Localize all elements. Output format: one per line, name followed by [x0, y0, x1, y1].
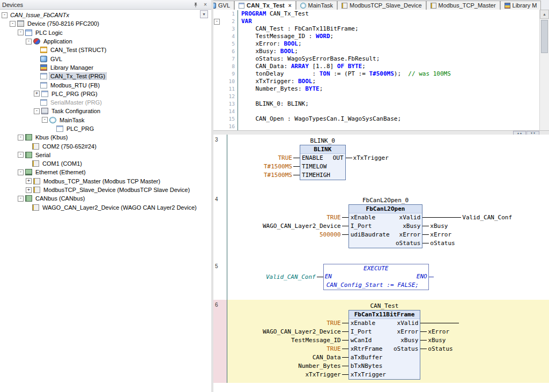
tab-gvl[interactable]: GVL	[213, 1, 234, 10]
fbd-editor[interactable]: 3TRUET#1500MST#1500MSBLINK_0BLINKENABLEO…	[213, 135, 549, 392]
code-text[interactable]	[238, 123, 539, 130]
input-operand[interactable]: TRUE	[325, 320, 342, 327]
tree-item-application[interactable]: -Application	[0, 37, 211, 46]
tree-item-library-manager[interactable]: Library Manager	[0, 63, 211, 72]
input-operand[interactable]: 500000	[318, 231, 342, 238]
tree-item-plc-prg-prg[interactable]: +PLC_PRG (PRG)	[0, 90, 211, 98]
code-text[interactable]: xBusy: BOOL;	[238, 48, 539, 55]
code-text[interactable]: oStatus: WagoSysErrorBase.FbResult;	[238, 55, 539, 63]
code-text[interactable]: BLINK_0: BLINK;	[238, 100, 539, 108]
code-text[interactable]: xTxTrigger: BOOL;	[238, 78, 539, 85]
output-operand[interactable]: oStatus	[427, 345, 454, 352]
tab-can-tx-test[interactable]: CAN_Tx_Test×	[234, 1, 296, 10]
input-operand[interactable]: CAN_Data	[311, 354, 342, 361]
code-text[interactable]: VAR	[238, 18, 539, 25]
input-operand[interactable]: TestMessage_ID	[290, 337, 342, 344]
execute-statement[interactable]: CAN_Config_Start := FALSE;	[324, 281, 428, 290]
tree-item-plc-logic[interactable]: -PLC Logic	[0, 28, 211, 37]
close-icon[interactable]: ×	[202, 1, 209, 8]
tree-item-task-configuration[interactable]: -Task Configuration	[0, 107, 211, 115]
expand-toggle[interactable]: -	[18, 135, 24, 140]
input-operand[interactable]: WAGO_CAN_Layer2_Device	[262, 223, 342, 230]
block-instance-name[interactable]: CAN_Test	[348, 302, 421, 309]
expand-toggle[interactable]: -	[18, 29, 24, 35]
tree-item-modbus-rtu-fb[interactable]: Modbus_RTU (FB)	[0, 80, 211, 89]
expand-toggle[interactable]: -	[10, 21, 16, 27]
fold-toggle[interactable]: -	[213, 18, 220, 25]
code-text[interactable]: CAN_Test : FbCanTx11BitFrame;	[238, 25, 539, 33]
tree-item-modbustcp-slave-device-modbustcp-slave-device[interactable]: +ModbusTCP_Slave_Device (ModbusTCP Slave…	[0, 186, 211, 194]
network-3[interactable]: 3TRUET#1500MST#1500MSBLINK_0BLINKENABLEO…	[213, 135, 549, 194]
block-instance-name[interactable]: BLINK_0	[300, 137, 346, 144]
code-text[interactable]: xError: BOOL;	[238, 40, 539, 48]
code-text[interactable]	[238, 108, 539, 115]
tree-item-maintask[interactable]: -MainTask	[0, 116, 211, 124]
output-operand[interactable]: xError	[429, 231, 452, 238]
expand-toggle[interactable]: -	[2, 12, 8, 18]
tree-item-kbus-kbus[interactable]: -Kbus (Kbus)	[0, 133, 211, 142]
expand-toggle[interactable]: +	[34, 91, 40, 97]
block-instance-name[interactable]: FbCanL2Open_0	[348, 197, 423, 204]
code-text[interactable]	[238, 93, 539, 100]
code-text[interactable]: TestMessage_ID : WORD;	[238, 33, 539, 40]
expand-toggle[interactable]: -	[18, 169, 24, 175]
tree-item-serialmaster-prg[interactable]: SerialMaster (PRG)	[0, 98, 211, 107]
input-operand[interactable]: T#1500MS	[263, 172, 293, 179]
tree-item-com2-750-652-24[interactable]: COM2 (750-652#24)	[0, 142, 211, 150]
declaration-scrollbar[interactable]: ▲	[539, 10, 549, 130]
input-operand[interactable]: WAGO_CAN_Layer2_Device	[262, 328, 342, 335]
tree-item-serial[interactable]: -Serial	[0, 151, 211, 159]
tree-item-modbus-tcp-master-modbus-tcp-master[interactable]: +Modbus_TCP_Master (Modbus TCP Master)	[0, 177, 211, 186]
scroll-up-icon[interactable]: ▲	[540, 10, 549, 19]
tree-item-gvl[interactable]: GVL	[0, 54, 211, 63]
input-operand[interactable]: TRUE	[277, 154, 293, 161]
pin-icon[interactable]	[192, 1, 199, 8]
fbd-block[interactable]: FbCanTx11BitFramexEnablexValidI_PortxErr…	[348, 310, 421, 380]
close-tab-icon[interactable]: ×	[288, 3, 292, 9]
tab-modbus-tcp-master[interactable]: Modbus_TCP_Master	[426, 1, 500, 10]
expand-toggle[interactable]: +	[26, 178, 32, 184]
network-6[interactable]: 6TRUEWAGO_CAN_Layer2_DeviceTestMessage_I…	[213, 300, 549, 383]
fold-minus-icon[interactable]: -	[214, 19, 220, 25]
tree-item-wago-can-layer2-device-wago-can-layer2-device[interactable]: WAGO_CAN_Layer2_Device (WAGO CAN Layer2 …	[0, 203, 211, 212]
tab-modbustcp-slave-device[interactable]: ModbusTCP_Slave_Device	[337, 1, 426, 10]
tree-item-can-issue-fbcantx[interactable]: -CAN_Issue_FbCANTx	[0, 11, 211, 19]
code-text[interactable]: tonDelay : TON := (PT := T#500MS); // wa…	[238, 70, 539, 78]
declaration-editor[interactable]: 1PROGRAM CAN_Tx_Test-2VAR3 CAN_Test : Fb…	[213, 10, 549, 130]
fbd-block[interactable]: FbCanL2OpenxEnablexValidI_PortxBusyudiBa…	[348, 204, 423, 248]
scrollbar-thumb[interactable]	[541, 20, 548, 53]
output-operand[interactable]: xError	[427, 328, 450, 335]
input-operand[interactable]: Valid_CAN_Conf	[265, 273, 317, 280]
expand-toggle[interactable]: +	[26, 187, 32, 193]
tab-maintask[interactable]: MainTask	[296, 1, 337, 10]
tree-item-can-test-struct[interactable]: CAN_Test (STRUCT)	[0, 46, 211, 54]
output-operand[interactable]: oStatus	[429, 240, 456, 247]
tree-item-plc-prg[interactable]: PLC_PRG	[0, 124, 211, 133]
tree-item-ethernet-ethernet[interactable]: -Ethernet (Ethernet)	[0, 168, 211, 176]
expand-toggle[interactable]: -	[18, 196, 24, 202]
expand-toggle[interactable]: -	[18, 152, 24, 158]
code-text[interactable]: CAN_Data: ARRAY [1..8] OF BYTE;	[238, 63, 539, 70]
expand-toggle[interactable]: -	[42, 117, 48, 123]
tree-item-device-750-8216-pfc200[interactable]: -Device (750-8216 PFC200)	[0, 19, 211, 28]
fbd-block[interactable]: BLINKENABLEOUTTIMELOWTIMEHIGH	[300, 145, 346, 180]
output-operand[interactable]: xBusy	[427, 337, 447, 344]
execute-block[interactable]: EXECUTEENENOCAN_Config_Start := FALSE;	[323, 264, 429, 290]
network-4[interactable]: 4TRUEWAGO_CAN_Layer2_Device500000FbCanL2…	[213, 194, 549, 261]
output-operand[interactable]: xTxTrigger	[352, 154, 390, 161]
input-operand[interactable]: TRUE	[325, 214, 342, 221]
code-text[interactable]: PROGRAM CAN_Tx_Test	[238, 10, 539, 18]
output-operand[interactable]: Valid_CAN_Conf	[461, 214, 513, 221]
tree-item-com1-com1[interactable]: COM1 (COM1)	[0, 159, 211, 168]
output-operand[interactable]: xBusy	[429, 223, 449, 230]
input-operand[interactable]: T#1500MS	[263, 163, 293, 170]
tab-library-m[interactable]: Library M	[500, 1, 541, 10]
input-operand[interactable]: xTxTrigger	[304, 371, 342, 378]
expand-toggle[interactable]: -	[26, 39, 32, 45]
tree-dropdown-button[interactable]: ▼	[200, 10, 208, 18]
expand-toggle[interactable]: -	[34, 108, 40, 114]
input-operand[interactable]: Number_Bytes	[297, 363, 342, 369]
input-operand[interactable]: TRUE	[325, 345, 342, 352]
tree-item-can-tx-test-prg[interactable]: CAN_Tx_Test (PRG)	[0, 72, 211, 80]
tree-item-canbus-canbus[interactable]: -CANbus (CANbus)	[0, 194, 211, 203]
